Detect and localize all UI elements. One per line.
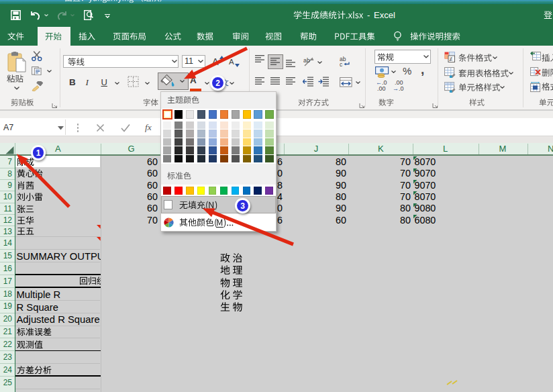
svg-text:ab: ab [303,57,310,64]
svg-text:≠: ≠ [449,56,452,62]
